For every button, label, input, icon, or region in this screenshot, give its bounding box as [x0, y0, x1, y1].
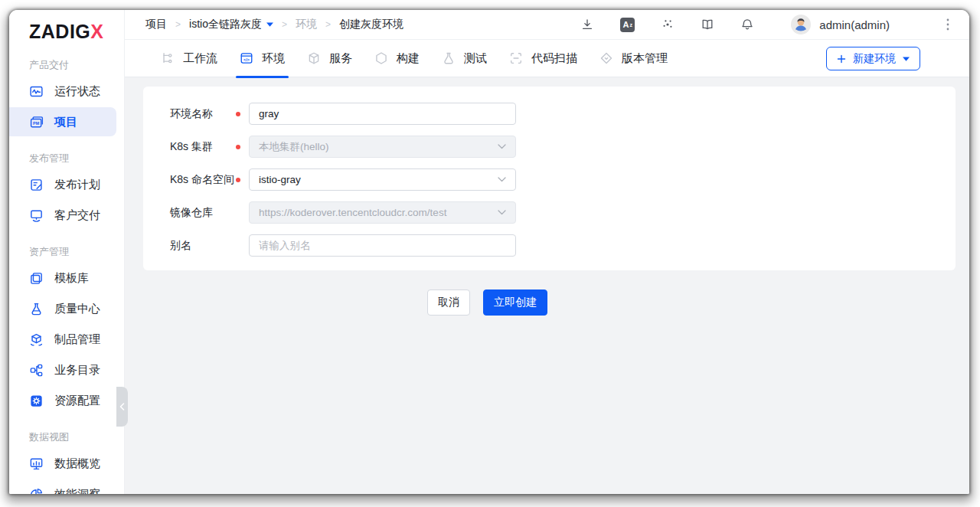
- docs-book-icon[interactable]: [701, 18, 714, 31]
- sidebar-item-customer-delivery[interactable]: 客户交付: [9, 201, 116, 230]
- sidebar-item-label: 业务目录: [54, 363, 100, 378]
- sidebar-item-label: 项目: [54, 115, 77, 129]
- create-now-button[interactable]: 立即创建: [483, 289, 547, 316]
- top-bar: 项目 > istio全链路灰度 > 环境 > 创建灰度环境 Az: [125, 10, 969, 40]
- sidebar-item-label: 效能洞察: [54, 487, 100, 495]
- sidebar-item-label: 运行状态: [54, 84, 100, 99]
- select-value: 本地集群(hello): [259, 140, 329, 154]
- chevron-down-icon: [498, 177, 506, 182]
- sidebar: ZADIGX 产品交付 运行状态 PM 项目 发布管理 发布计划 客户交付 资产…: [9, 10, 125, 494]
- breadcrumb-separator: >: [175, 19, 181, 30]
- breadcrumb-project-name[interactable]: istio全链路灰度: [189, 18, 273, 31]
- sidebar-item-projects[interactable]: PM 项目: [9, 107, 116, 136]
- dots-cluster-icon[interactable]: [661, 18, 675, 31]
- svg-text:</>: </>: [243, 57, 250, 62]
- field-label: K8s 集群: [170, 140, 236, 154]
- sidebar-item-release-plan[interactable]: 发布计划: [9, 170, 116, 199]
- template-icon: [29, 271, 44, 286]
- bell-icon[interactable]: [740, 18, 754, 31]
- alias-input[interactable]: [249, 234, 516, 257]
- sidebar-item-label: 数据概览: [54, 456, 100, 471]
- environment-code-icon: </>: [240, 51, 253, 65]
- sidebar-item-business-catalog[interactable]: 业务目录: [9, 355, 116, 384]
- flask-icon: [29, 302, 44, 316]
- new-environment-label: 新建环境: [853, 52, 896, 66]
- tab-label: 测试: [464, 51, 487, 66]
- new-environment-button[interactable]: 新建环境: [826, 47, 920, 70]
- tab-workflows[interactable]: 工作流: [157, 40, 221, 77]
- field-label: 别名: [170, 239, 236, 253]
- flask-icon: [442, 51, 456, 65]
- tab-environments[interactable]: </> 环境: [236, 40, 289, 77]
- artifact-box-icon: [29, 332, 44, 347]
- sidebar-item-label: 发布计划: [54, 178, 100, 192]
- tab-version-mgmt[interactable]: 版本管理: [596, 40, 671, 77]
- tab-code-scan[interactable]: 代码扫描: [505, 40, 581, 77]
- breadcrumb-current-page: 创建灰度环境: [339, 18, 403, 31]
- caret-down-icon: [266, 22, 273, 27]
- app-window: ZADIGX 产品交付 运行状态 PM 项目 发布管理 发布计划 客户交付 资产…: [9, 10, 969, 494]
- sidebar-item-quality-center[interactable]: 质量中心: [9, 294, 116, 323]
- content-area: 环境名称 K8s 集群 本地集群(hello) K8s 命名空间: [125, 77, 969, 494]
- tab-label: 构建: [397, 51, 420, 66]
- sidebar-section-release-mgmt: 发布管理: [29, 152, 124, 165]
- tab-label: 版本管理: [622, 51, 668, 66]
- sidebar-item-template-library[interactable]: 模板库: [9, 263, 116, 293]
- org-tree-icon: [29, 363, 44, 378]
- breadcrumb-environment[interactable]: 环境: [296, 18, 317, 31]
- form-actions: 取消 立即创建: [427, 289, 969, 316]
- tab-tests[interactable]: 测试: [438, 40, 491, 77]
- create-env-form-card: 环境名称 K8s 集群 本地集群(hello) K8s 命名空间: [143, 87, 956, 270]
- tab-label: 代码扫描: [531, 51, 577, 66]
- required-marker: [236, 145, 249, 149]
- caret-down-icon: [903, 57, 910, 61]
- sidebar-item-performance-insight[interactable]: 效能洞察: [9, 479, 116, 494]
- tab-label: 服务: [329, 51, 352, 66]
- tab-builds[interactable]: 构建: [371, 40, 423, 77]
- workflow-icon: [161, 51, 175, 65]
- field-label: 镜像仓库: [170, 206, 236, 220]
- release-plan-icon: [29, 178, 44, 192]
- sidebar-section-product-delivery: 产品交付: [29, 58, 124, 72]
- form-row-k8s-cluster: K8s 集群 本地集群(hello): [170, 136, 956, 158]
- sidebar-item-running-status[interactable]: 运行状态: [9, 77, 116, 106]
- form-row-image-registry: 镜像仓库 https://koderover.tencentcloudcr.co…: [170, 201, 956, 224]
- k8s-cluster-select: 本地集群(hello): [249, 136, 516, 158]
- breadcrumb-separator: >: [282, 19, 287, 30]
- breadcrumb-projects[interactable]: 项目: [145, 18, 167, 31]
- form-row-k8s-namespace: K8s 命名空间 istio-gray: [170, 168, 956, 191]
- image-registry-select: https://koderover.tencentcloudcr.com/tes…: [249, 201, 516, 224]
- sidebar-item-artifact-mgmt[interactable]: 制品管理: [9, 325, 116, 354]
- project-tab-bar: 工作流 </> 环境 服务 构建 测试 代码扫描: [125, 40, 969, 77]
- brand-logo-accent: X: [90, 21, 103, 42]
- sidebar-item-data-overview[interactable]: 数据概览: [9, 449, 116, 478]
- brand-logo[interactable]: ZADIGX: [9, 10, 124, 43]
- field-label: K8s 命名空间: [170, 173, 236, 187]
- activity-icon: [29, 84, 44, 99]
- scan-icon: [509, 51, 523, 65]
- customer-delivery-icon: [29, 208, 44, 223]
- sidebar-section-data-views: 数据视图: [29, 430, 124, 444]
- cancel-button[interactable]: 取消: [427, 289, 470, 316]
- kebab-menu-icon[interactable]: [946, 18, 949, 31]
- sidebar-item-resource-config[interactable]: 资源配置: [9, 386, 116, 415]
- sidebar-collapse-handle[interactable]: [116, 387, 128, 427]
- tab-services[interactable]: 服务: [303, 40, 356, 77]
- field-label: 环境名称: [170, 107, 236, 121]
- select-value: istio-gray: [259, 174, 301, 185]
- required-marker: [236, 112, 249, 116]
- diamond-icon: [599, 51, 613, 65]
- user-menu[interactable]: admin(admin): [791, 15, 890, 34]
- plus-icon: [837, 54, 846, 64]
- download-icon[interactable]: [580, 18, 594, 31]
- sidebar-item-label: 质量中心: [54, 302, 100, 316]
- k8s-namespace-select[interactable]: istio-gray: [249, 168, 516, 191]
- topbar-icons: Az admin(admin): [580, 15, 949, 34]
- language-switch-icon[interactable]: Az: [620, 18, 635, 32]
- gear-icon: [29, 394, 44, 408]
- env-name-input[interactable]: [249, 103, 516, 125]
- sidebar-item-label: 客户交付: [54, 208, 100, 223]
- chart-monitor-icon: [29, 456, 44, 471]
- breadcrumb: 项目 > istio全链路灰度 > 环境 > 创建灰度环境: [145, 18, 403, 31]
- sidebar-item-label: 模板库: [54, 271, 89, 286]
